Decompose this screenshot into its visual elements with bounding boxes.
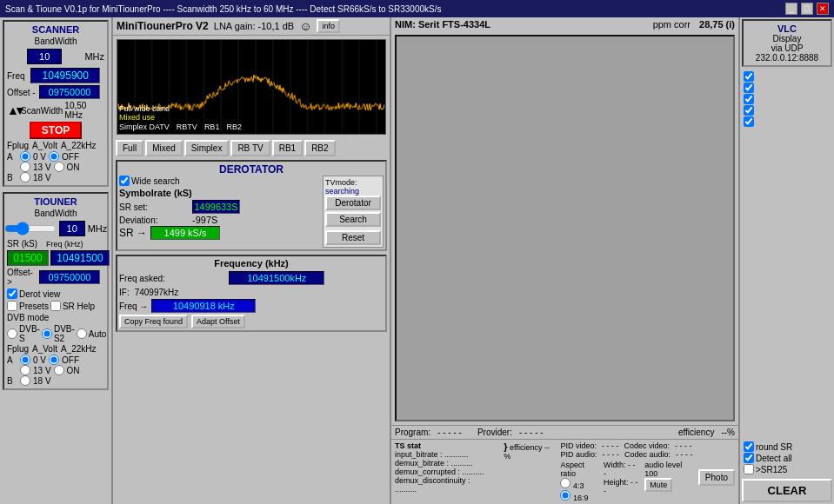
full-button[interactable]: Full [116,140,143,156]
mini-header: MiniTiounerPro V2 LNA gain: -10,1 dB ☺ i… [113,17,390,36]
mini-title: MiniTiounerPro V2 [117,20,209,32]
tiouner-off[interactable] [49,355,59,365]
a-volt-label: A_Volt [32,141,57,150]
nim-label: NIM: Serit FTS-4334L [395,19,490,30]
titlebar-text: Scan & Tioune V0.1p for MiniTiounerPro -… [5,4,442,14]
spec-label-rbtv: RBTV [177,123,197,132]
scanner-a-off-radio[interactable] [49,151,59,162]
sr125-check[interactable] [744,464,754,474]
check3[interactable] [744,94,754,104]
deviation-label: Deviation: [119,216,189,225]
freq-asked-input[interactable] [229,271,324,285]
vlc-ip: 232.0.0.12:8888 [746,53,828,63]
spectrum-display: Full wide band Mixed use Simplex DATV RB… [117,39,386,135]
demux-bitrate-label: demux_bitrate : [395,459,449,468]
right-options: round SR Detect all >SR125 [742,439,832,477]
detect-all-label: Detect all [756,454,792,463]
dvbs-radio[interactable] [7,328,17,339]
reset-button[interactable]: Reset [325,230,381,245]
derot-view-check[interactable] [7,288,17,299]
program-label: Program: [395,428,430,437]
photo-button[interactable]: Photo [698,469,735,486]
vlc-line1: Display [746,34,828,43]
tiouner-fplug: Fplug A_Volt A_22kHz A 0 V OFF 13 V ON [7,344,104,386]
minimize-button[interactable]: _ [785,3,797,15]
sr-set-label: SR set: [119,202,189,212]
tiouner-bw-slider[interactable] [4,223,57,234]
auto-label: Auto [89,329,107,339]
scanner-offset-input[interactable] [39,85,100,99]
scanwidth-minus[interactable]: ▲ [7,103,12,117]
auto-radio[interactable] [77,328,87,339]
spec-label-fullwide: Full wide band [119,104,242,114]
rb1-button[interactable]: RB1 [272,140,303,156]
stop-button[interactable]: STOP [30,122,82,139]
tiouner-13v-lbl: 13 V [33,366,51,375]
tiouner-bw-input[interactable] [59,221,85,236]
dvb-mode-label: DVB mode [7,313,104,322]
maximize-button[interactable]: □ [801,3,813,15]
vlc-title: VLC [746,23,828,34]
round-sr-check[interactable] [744,441,754,452]
check4[interactable] [744,105,754,116]
if-value: 740997kHz [135,288,179,297]
check5[interactable] [744,116,754,127]
codec-audio-label: Codec audio: [624,450,671,459]
adapt-offset-button[interactable]: Adapt Offset [191,315,245,328]
tiouner-freq-label: Freq (kHz) [46,240,83,249]
freq-arrow-input[interactable] [151,299,256,313]
tiouner-a-0v[interactable] [20,355,30,365]
height-label: Height: [604,478,629,487]
rb2-button[interactable]: RB2 [304,140,335,156]
mute-button[interactable]: Mute [644,478,672,492]
scanner-b-18v-radio[interactable] [20,172,30,182]
mixed-button[interactable]: Mixed [145,140,183,156]
simplex-button[interactable]: Simplex [184,140,230,156]
presets-check[interactable] [7,301,17,311]
tvmode-value: searching [325,187,381,196]
sr-help-label: SR Help [63,302,95,311]
clear-button[interactable]: CLEAR [742,479,832,502]
dvbs2-radio[interactable] [42,328,52,339]
wide-search-check[interactable] [119,176,130,186]
scanner-freq-input[interactable] [30,68,100,83]
tiouner-offset-input[interactable] [39,270,100,284]
search-button[interactable]: Search [325,212,381,227]
scanner-a-13v-radio[interactable] [20,162,30,172]
video-display [395,35,735,421]
info-button[interactable]: info [317,19,340,33]
close-button[interactable]: ✕ [817,3,829,15]
scanner-0v-label: 0 V [33,152,46,162]
audio-section: audio level 100 Mute [644,461,693,502]
scanner-a-0v-radio[interactable] [20,151,30,162]
aspect-43-radio[interactable] [560,478,570,488]
presets-label: Presets [19,302,49,311]
freq-arrow-label: Freq → [119,302,148,311]
copy-freq-button[interactable]: Copy Freq found [119,315,188,328]
scanner-bw-unit: MHz [84,51,104,62]
tiouner-b-18v[interactable] [20,375,30,386]
ppm-corr-label: ppm corr [653,19,691,30]
scanwidth-plus[interactable]: ▼ [14,103,19,117]
dimensions-section: Width: - - - Height: - - - [604,461,639,502]
check1[interactable] [744,71,754,82]
check2[interactable] [744,83,754,93]
detect-all-check[interactable] [744,453,754,463]
tiouner-freq-input[interactable] [50,250,110,266]
scanner-bw-input[interactable] [27,49,62,64]
aspect-169-radio[interactable] [560,490,570,501]
scanner-18v-label: 18 V [33,173,51,182]
tiouner-sr-input[interactable] [7,250,49,266]
scanwidth-value: 10,50 MHz [64,101,104,120]
sr-arrow-input[interactable] [150,226,220,240]
sr-set-input[interactable] [192,200,240,214]
derotator-button[interactable]: Derotator [325,196,381,210]
tiouner-13v[interactable] [20,365,30,375]
tiouner-on[interactable] [54,365,64,375]
tvmode-label: TVmode: [325,178,381,187]
sr-help-check[interactable] [50,301,61,311]
demux-corrupted-label: demux_corrupted : [395,468,460,476]
rbtv-button[interactable]: RB TV [230,140,270,156]
if-label: IF: [119,288,130,297]
scanner-a-on-radio[interactable] [54,162,64,172]
